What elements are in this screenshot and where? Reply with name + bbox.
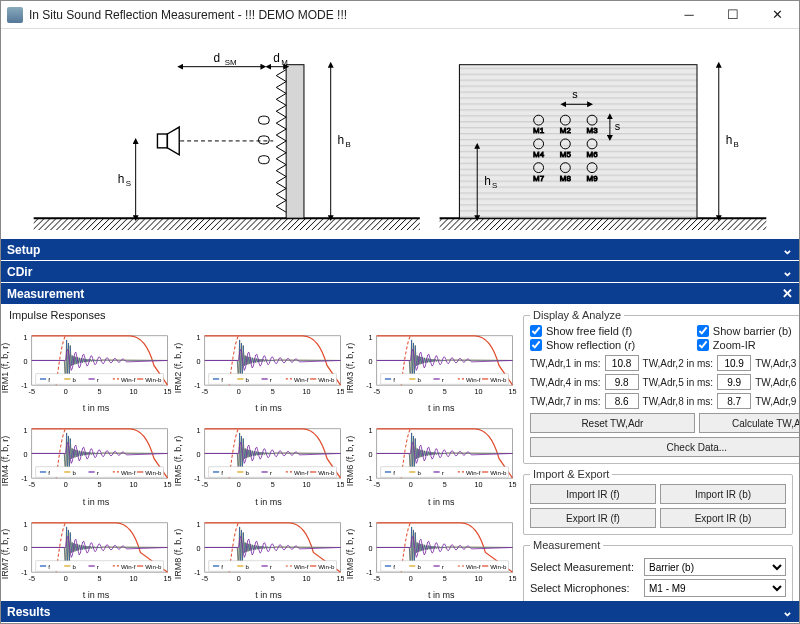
svg-text:-5: -5 (28, 574, 34, 583)
chevron-down-icon: ⌄ (782, 264, 793, 279)
svg-text:M9: M9 (587, 174, 599, 183)
svg-text:h: h (118, 173, 125, 187)
svg-rect-62 (36, 374, 164, 384)
export-ir-b-button[interactable]: Export IR (b) (660, 508, 786, 528)
ir-chart-m6[interactable]: IRM6 (f, b, r) 1 0 -1 -5051015 fbrWin-fW… (352, 416, 517, 505)
ir-chart-m9[interactable]: IRM9 (f, b, r) 1 0 -1 -5051015 fbrWin-fW… (352, 510, 517, 599)
tw-input-7[interactable] (605, 393, 639, 409)
svg-text:b: b (72, 376, 76, 383)
svg-text:Win-b: Win-b (318, 469, 335, 476)
select-measurement[interactable]: Barrier (b) (644, 558, 786, 576)
svg-text:15: 15 (164, 481, 172, 490)
svg-rect-11 (258, 156, 269, 164)
svg-text:h: h (484, 174, 491, 188)
ir-chart-m5[interactable]: IRM5 (f, b, r) 1 0 -1 -5051015 fbrWin-fW… (180, 416, 345, 505)
svg-text:B: B (346, 140, 351, 149)
svg-text:-1: -1 (21, 568, 27, 577)
chk-show-r[interactable]: Show reflection (r) (530, 339, 697, 351)
panel-results[interactable]: Results⌄ (1, 601, 799, 623)
svg-text:0: 0 (64, 387, 68, 396)
tw-label-8: TW,Adr,8 in ms: (643, 396, 714, 407)
svg-text:r: r (269, 563, 271, 570)
svg-rect-222 (381, 561, 509, 571)
svg-text:b: b (72, 563, 76, 570)
impulse-responses-title: Impulse Responses (9, 309, 106, 321)
svg-text:h: h (726, 133, 733, 147)
chk-zoom-ir[interactable]: Zoom-IR (697, 339, 799, 351)
svg-text:15: 15 (164, 387, 172, 396)
export-ir-f-button[interactable]: Export IR (f) (530, 508, 656, 528)
svg-rect-202 (208, 561, 336, 571)
svg-text:b: b (245, 563, 249, 570)
ir-chart-m1[interactable]: IRM1 (f, b, r) 1 0 -1 -5051015 fbrWin-fW… (7, 323, 172, 412)
ir-chart-m3[interactable]: IRM3 (f, b, r) 1 0 -1 -5051015 fbrWin-fW… (352, 323, 517, 412)
tw-label-1: TW,Adr,1 in ms: (530, 358, 601, 369)
svg-text:-1: -1 (367, 568, 373, 577)
svg-text:M1: M1 (533, 126, 545, 135)
svg-text:1: 1 (196, 426, 200, 435)
tw-label-6: TW,Adr,6 in ms: (755, 377, 799, 388)
svg-text:f: f (48, 376, 50, 383)
svg-text:M: M (281, 58, 288, 67)
svg-rect-24 (459, 65, 697, 218)
svg-text:r: r (442, 563, 444, 570)
tw-input-4[interactable] (605, 374, 639, 390)
svg-text:1: 1 (369, 426, 373, 435)
svg-text:-1: -1 (367, 475, 373, 484)
chk-show-f[interactable]: Show free field (f) (530, 325, 697, 337)
svg-text:r: r (442, 469, 444, 476)
svg-text:f: f (221, 469, 223, 476)
import-ir-f-button[interactable]: Import IR (f) (530, 484, 656, 504)
panel-measurement[interactable]: Measurement✕ (1, 283, 799, 305)
reset-tw-button[interactable]: Reset TW,Adr (530, 413, 695, 433)
svg-text:f: f (393, 469, 395, 476)
svg-text:-1: -1 (21, 381, 27, 390)
svg-text:0: 0 (369, 450, 373, 459)
svg-text:M3: M3 (587, 126, 599, 135)
svg-text:0: 0 (196, 357, 200, 366)
svg-text:Win-f: Win-f (294, 563, 309, 570)
svg-rect-9 (258, 116, 269, 124)
close-button[interactable]: ✕ (755, 1, 799, 28)
svg-text:10: 10 (302, 387, 310, 396)
svg-text:0: 0 (409, 574, 413, 583)
svg-rect-122 (36, 467, 164, 477)
maximize-button[interactable]: ☐ (711, 1, 755, 28)
check-data-button[interactable]: Check Data... (530, 437, 799, 457)
svg-text:0: 0 (236, 387, 240, 396)
window-title: In Situ Sound Reflection Measurement - !… (29, 8, 667, 22)
svg-text:10: 10 (130, 387, 138, 396)
calc-tw-button[interactable]: Calculate TW,Adr,max (699, 413, 799, 433)
svg-text:Win-f: Win-f (121, 376, 136, 383)
titlebar: In Situ Sound Reflection Measurement - !… (1, 1, 799, 29)
chk-show-b[interactable]: Show barrier (b) (697, 325, 799, 337)
svg-text:15: 15 (336, 574, 344, 583)
svg-text:M7: M7 (533, 174, 544, 183)
svg-text:1: 1 (24, 520, 28, 529)
import-ir-b-button[interactable]: Import IR (b) (660, 484, 786, 504)
svg-text:5: 5 (270, 481, 274, 490)
ir-chart-m8[interactable]: IRM8 (f, b, r) 1 0 -1 -5051015 fbrWin-fW… (180, 510, 345, 599)
ir-chart-m7[interactable]: IRM7 (f, b, r) 1 0 -1 -5051015 fbrWin-fW… (7, 510, 172, 599)
svg-text:-1: -1 (194, 568, 200, 577)
svg-text:Win-f: Win-f (466, 563, 481, 570)
svg-text:-5: -5 (201, 481, 207, 490)
svg-rect-4 (440, 218, 767, 230)
svg-text:-5: -5 (201, 387, 207, 396)
svg-text:Win-f: Win-f (294, 469, 309, 476)
select-microphones[interactable]: M1 - M9 (644, 579, 786, 597)
ir-chart-m2[interactable]: IRM2 (f, b, r) 1 0 -1 -5051015 fbrWin-fW… (180, 323, 345, 412)
tw-input-5[interactable] (717, 374, 751, 390)
tw-input-2[interactable] (717, 355, 751, 371)
svg-text:0: 0 (64, 481, 68, 490)
svg-text:5: 5 (443, 481, 447, 490)
tw-input-1[interactable] (605, 355, 639, 371)
svg-text:Win-f: Win-f (121, 563, 136, 570)
ir-chart-m4[interactable]: IRM4 (f, b, r) 1 0 -1 -5051015 fbrWin-fW… (7, 416, 172, 505)
svg-text:15: 15 (509, 574, 517, 583)
tw-input-8[interactable] (717, 393, 751, 409)
svg-rect-10 (258, 136, 269, 144)
minimize-button[interactable]: ─ (667, 1, 711, 28)
panel-setup[interactable]: Setup⌄ (1, 239, 799, 261)
panel-cdir[interactable]: CDir⌄ (1, 261, 799, 283)
